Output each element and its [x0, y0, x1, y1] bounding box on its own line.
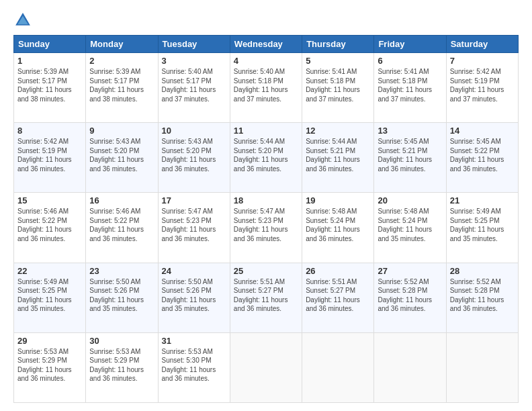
calendar-cell: 2Sunrise: 5:39 AMSunset: 5:17 PMDaylight… — [86, 53, 158, 123]
day-number: 13 — [378, 126, 442, 136]
calendar-cell: 14Sunrise: 5:45 AMSunset: 5:22 PMDayligh… — [446, 123, 518, 193]
day-detail: Sunrise: 5:41 AMSunset: 5:18 PMDaylight:… — [306, 67, 370, 103]
calendar-cell: 30Sunrise: 5:53 AMSunset: 5:29 PMDayligh… — [86, 332, 158, 402]
day-detail: Sunrise: 5:53 AMSunset: 5:30 PMDaylight:… — [162, 347, 226, 383]
day-number: 19 — [306, 195, 370, 205]
col-header-sunday: Sunday — [14, 36, 86, 53]
day-detail: Sunrise: 5:42 AMSunset: 5:19 PMDaylight:… — [17, 137, 82, 173]
calendar-cell: 17Sunrise: 5:47 AMSunset: 5:23 PMDayligh… — [158, 193, 230, 263]
day-number: 20 — [378, 195, 442, 205]
calendar-week-5: 29Sunrise: 5:53 AMSunset: 5:29 PMDayligh… — [14, 332, 519, 402]
day-number: 22 — [17, 266, 82, 276]
day-detail: Sunrise: 5:51 AMSunset: 5:27 PMDaylight:… — [306, 277, 370, 314]
calendar-week-1: 1Sunrise: 5:39 AMSunset: 5:17 PMDaylight… — [14, 53, 519, 123]
day-number: 30 — [89, 336, 154, 346]
calendar-cell: 21Sunrise: 5:49 AMSunset: 5:25 PMDayligh… — [446, 193, 518, 263]
header — [13, 11, 519, 30]
calendar-cell: 22Sunrise: 5:49 AMSunset: 5:25 PMDayligh… — [14, 263, 86, 332]
day-detail: Sunrise: 5:43 AMSunset: 5:20 PMDaylight:… — [162, 137, 226, 173]
calendar-cell: 8Sunrise: 5:42 AMSunset: 5:19 PMDaylight… — [14, 123, 86, 193]
calendar-cell: 29Sunrise: 5:53 AMSunset: 5:29 PMDayligh… — [14, 332, 86, 402]
day-detail: Sunrise: 5:46 AMSunset: 5:22 PMDaylight:… — [89, 207, 154, 243]
day-number: 31 — [162, 336, 226, 346]
day-number: 9 — [89, 126, 154, 136]
day-number: 12 — [306, 126, 370, 136]
calendar-cell — [302, 332, 374, 402]
day-number: 14 — [450, 126, 515, 136]
col-header-monday: Monday — [86, 36, 158, 53]
calendar-week-4: 22Sunrise: 5:49 AMSunset: 5:25 PMDayligh… — [14, 263, 519, 332]
day-number: 16 — [89, 195, 154, 205]
day-number: 6 — [378, 56, 442, 66]
calendar-cell — [230, 332, 302, 402]
calendar-cell: 16Sunrise: 5:46 AMSunset: 5:22 PMDayligh… — [86, 193, 158, 263]
day-number: 27 — [378, 266, 442, 276]
day-detail: Sunrise: 5:39 AMSunset: 5:17 PMDaylight:… — [89, 67, 154, 103]
day-number: 23 — [89, 266, 154, 276]
calendar-cell: 23Sunrise: 5:50 AMSunset: 5:26 PMDayligh… — [86, 263, 158, 332]
day-detail: Sunrise: 5:53 AMSunset: 5:29 PMDaylight:… — [17, 347, 82, 383]
day-number: 8 — [17, 126, 82, 136]
calendar-cell: 19Sunrise: 5:48 AMSunset: 5:24 PMDayligh… — [302, 193, 374, 263]
col-header-wednesday: Wednesday — [230, 36, 302, 53]
calendar-cell: 1Sunrise: 5:39 AMSunset: 5:17 PMDaylight… — [14, 53, 86, 123]
calendar-cell: 27Sunrise: 5:52 AMSunset: 5:28 PMDayligh… — [374, 263, 446, 332]
day-number: 5 — [306, 56, 370, 66]
day-number: 15 — [17, 195, 82, 205]
day-number: 3 — [162, 56, 226, 66]
calendar-cell: 10Sunrise: 5:43 AMSunset: 5:20 PMDayligh… — [158, 123, 230, 193]
calendar-cell: 18Sunrise: 5:47 AMSunset: 5:23 PMDayligh… — [230, 193, 302, 263]
day-number: 17 — [162, 195, 226, 205]
day-detail: Sunrise: 5:48 AMSunset: 5:24 PMDaylight:… — [378, 207, 442, 243]
calendar-cell: 20Sunrise: 5:48 AMSunset: 5:24 PMDayligh… — [374, 193, 446, 263]
day-number: 24 — [162, 266, 226, 276]
day-number: 25 — [234, 266, 298, 276]
day-number: 29 — [17, 336, 82, 346]
col-header-saturday: Saturday — [446, 36, 518, 53]
calendar-cell — [374, 332, 446, 402]
day-detail: Sunrise: 5:46 AMSunset: 5:22 PMDaylight:… — [17, 207, 82, 243]
day-number: 2 — [89, 56, 154, 66]
calendar-cell: 9Sunrise: 5:43 AMSunset: 5:20 PMDaylight… — [86, 123, 158, 193]
calendar-cell: 3Sunrise: 5:40 AMSunset: 5:17 PMDaylight… — [158, 53, 230, 123]
day-number: 11 — [234, 126, 298, 136]
day-detail: Sunrise: 5:39 AMSunset: 5:17 PMDaylight:… — [17, 67, 82, 103]
calendar-cell: 6Sunrise: 5:41 AMSunset: 5:18 PMDaylight… — [374, 53, 446, 123]
day-detail: Sunrise: 5:40 AMSunset: 5:18 PMDaylight:… — [234, 67, 298, 103]
calendar-cell: 15Sunrise: 5:46 AMSunset: 5:22 PMDayligh… — [14, 193, 86, 263]
day-number: 7 — [450, 56, 515, 66]
day-detail: Sunrise: 5:51 AMSunset: 5:27 PMDaylight:… — [234, 277, 298, 314]
day-detail: Sunrise: 5:43 AMSunset: 5:20 PMDaylight:… — [89, 137, 154, 173]
day-number: 10 — [162, 126, 226, 136]
calendar-header-row: SundayMondayTuesdayWednesdayThursdayFrid… — [14, 36, 519, 53]
day-detail: Sunrise: 5:44 AMSunset: 5:20 PMDaylight:… — [234, 137, 298, 173]
calendar-cell — [446, 332, 518, 402]
day-number: 18 — [234, 195, 298, 205]
day-number: 1 — [17, 56, 82, 66]
day-detail: Sunrise: 5:41 AMSunset: 5:18 PMDaylight:… — [378, 67, 442, 103]
calendar-week-3: 15Sunrise: 5:46 AMSunset: 5:22 PMDayligh… — [14, 193, 519, 263]
day-detail: Sunrise: 5:40 AMSunset: 5:17 PMDaylight:… — [162, 67, 226, 103]
day-detail: Sunrise: 5:45 AMSunset: 5:22 PMDaylight:… — [450, 137, 515, 173]
col-header-thursday: Thursday — [302, 36, 374, 53]
calendar-cell: 25Sunrise: 5:51 AMSunset: 5:27 PMDayligh… — [230, 263, 302, 332]
calendar-cell: 24Sunrise: 5:50 AMSunset: 5:26 PMDayligh… — [158, 263, 230, 332]
day-detail: Sunrise: 5:53 AMSunset: 5:29 PMDaylight:… — [89, 347, 154, 383]
day-detail: Sunrise: 5:45 AMSunset: 5:21 PMDaylight:… — [378, 137, 442, 173]
day-detail: Sunrise: 5:44 AMSunset: 5:21 PMDaylight:… — [306, 137, 370, 173]
col-header-friday: Friday — [374, 36, 446, 53]
logo — [13, 11, 35, 30]
day-detail: Sunrise: 5:47 AMSunset: 5:23 PMDaylight:… — [234, 207, 298, 243]
calendar-table: SundayMondayTuesdayWednesdayThursdayFrid… — [13, 35, 519, 403]
calendar-cell: 12Sunrise: 5:44 AMSunset: 5:21 PMDayligh… — [302, 123, 374, 193]
day-detail: Sunrise: 5:50 AMSunset: 5:26 PMDaylight:… — [89, 277, 154, 314]
col-header-tuesday: Tuesday — [158, 36, 230, 53]
day-detail: Sunrise: 5:48 AMSunset: 5:24 PMDaylight:… — [306, 207, 370, 243]
day-detail: Sunrise: 5:50 AMSunset: 5:26 PMDaylight:… — [162, 277, 226, 314]
page: SundayMondayTuesdayWednesdayThursdayFrid… — [0, 0, 532, 411]
calendar-cell: 26Sunrise: 5:51 AMSunset: 5:27 PMDayligh… — [302, 263, 374, 332]
calendar-cell: 31Sunrise: 5:53 AMSunset: 5:30 PMDayligh… — [158, 332, 230, 402]
day-number: 4 — [234, 56, 298, 66]
day-number: 26 — [306, 266, 370, 276]
logo-icon — [13, 11, 32, 30]
